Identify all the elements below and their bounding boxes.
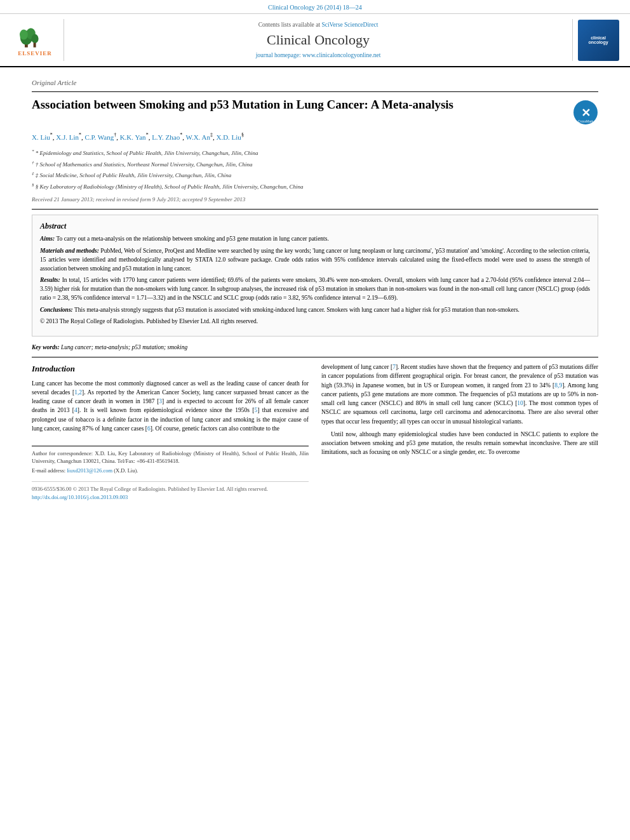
svg-rect-5: [34, 43, 36, 47]
results-label: Results:: [40, 277, 60, 283]
abstract-results: Results: In total, 15 articles with 1770…: [40, 276, 590, 302]
intro-col1-para1: Lung cancer has become the most commonly…: [32, 379, 309, 434]
intro-col2-para1: development of lung cancer [7]. Recent s…: [321, 363, 598, 426]
page: Clinical Oncology 26 (2014) 18—24 ELSEVI…: [0, 0, 630, 840]
ref-7[interactable]: 7: [392, 364, 396, 370]
oncology-logo-text: clinicaloncology: [588, 36, 608, 44]
abstract-conclusions: Conclusions: This meta-analysis strongly…: [40, 306, 590, 315]
ref-5[interactable]: 5: [255, 407, 258, 413]
affil-4: § § Key Laboratory of Radiobiology (Mini…: [32, 182, 598, 192]
affil-3: ‡ ‡ Social Medicine, School of Public He…: [32, 170, 598, 180]
author-4: K.K. Yan: [120, 133, 146, 141]
crossmark-badge[interactable]: ✕ CrossMark: [573, 100, 598, 125]
author-3: C.P. Wang: [84, 133, 114, 141]
elsevier-tree-icon: [19, 23, 51, 49]
ref-4[interactable]: 4: [74, 407, 77, 413]
abstract-divider-top: [32, 209, 598, 210]
abstract-aims: Aims: To carry out a meta-analysis on th…: [40, 235, 590, 244]
ref-1-2[interactable]: 1,2: [74, 389, 82, 396]
abstract-methods: Materials and methods: PubMed, Web of Sc…: [40, 247, 590, 273]
issn-line: 0936-6555/$36.00 © 2013 The Royal Colleg…: [32, 485, 309, 493]
conclusions-label: Conclusions:: [40, 307, 73, 313]
sciverse-link[interactable]: SciVerse ScienceDirect: [321, 22, 378, 28]
main-content: Original Article Association between Smo…: [0, 67, 630, 507]
footnotes: Author for correspondence: X.D. Liu, Key…: [32, 446, 309, 475]
elsevier-logo: ELSEVIER: [10, 21, 60, 59]
journal-center-info: Contents lists available at SciVerse Sci…: [64, 19, 573, 61]
journal-homepage: journal homepage: www.clinicaloncologyon…: [256, 52, 381, 58]
ref-6[interactable]: 6: [147, 425, 151, 432]
keywords-label: Key words:: [32, 344, 60, 350]
aims-text: To carry out a meta-analysis on the rela…: [56, 236, 328, 242]
journal-header: ELSEVIER Contents lists available at Sci…: [0, 14, 630, 67]
high-word: high: [321, 382, 332, 389]
footnote-email: E-mail address: liuxd2013@126.com (X.D. …: [32, 467, 309, 475]
email-suffix: (X.D. Liu).: [114, 467, 138, 474]
col-left: Introduction Lung cancer has become the …: [32, 363, 309, 501]
oncology-logo: clinicaloncology: [578, 20, 619, 61]
author-6: W.X. An: [186, 133, 210, 141]
journal-name: Clinical Oncology: [267, 32, 370, 48]
svg-point-4: [31, 34, 38, 43]
body-divider: [32, 357, 598, 357]
affiliations: * * Epidemiology and Statistics, School …: [32, 148, 598, 191]
journal-ref-header: Clinical Oncology 26 (2014) 18—24: [0, 0, 630, 14]
journal-ref-text: Clinical Oncology 26 (2014) 18—24: [268, 4, 362, 11]
doi-line: http://dx.doi.org/10.1016/j.clon.2013.09…: [32, 493, 309, 502]
received-line: Received 21 January 2013; received in re…: [32, 196, 598, 203]
abstract-box: Abstract Aims: To carry out a meta-analy…: [32, 215, 598, 337]
affil-2: † † School of Mathematics and Statistics…: [32, 159, 598, 170]
affil-1: * * Epidemiology and Statistics, School …: [32, 148, 598, 158]
abstract-title: Abstract: [40, 222, 590, 231]
intro-col2-para2: Until now, although many epidemiological…: [321, 430, 598, 457]
keywords-line: Key words: Lung cancer; meta-analysis; p…: [32, 344, 598, 350]
svg-text:✕: ✕: [581, 107, 591, 119]
footnote-correspondence: Author for correspondence: X.D. Liu, Key…: [32, 450, 309, 465]
doi-link[interactable]: http://dx.doi.org/10.1016/j.clon.2013.09…: [32, 494, 128, 500]
col-right: development of lung cancer [7]. Recent s…: [321, 363, 598, 501]
elsevier-logo-area: ELSEVIER: [6, 19, 64, 61]
article-type: Original Article: [32, 79, 598, 86]
conclusions-text: This meta-analysis strongly suggests tha…: [74, 307, 519, 313]
title-divider-top: [32, 91, 598, 92]
svg-point-3: [20, 30, 28, 40]
author-7: X.D. Liu: [216, 133, 241, 141]
methods-text: PubMed, Web of Science, ProQest and Medl…: [40, 248, 590, 272]
author-1: X. Liu: [32, 133, 50, 141]
abstract-copyright: © 2013 The Royal College of Radiologists…: [40, 317, 590, 326]
authors-line: X. Liu*, X.J. Lin*, C.P. Wang†, K.K. Yan…: [32, 131, 598, 143]
bottom-footer: 0936-6555/$36.00 © 2013 The Royal Colleg…: [32, 481, 309, 502]
keywords-text: Lung cancer; meta-analysis; p53 mutation…: [61, 344, 187, 350]
crossmark-icon: ✕ CrossMark: [573, 100, 598, 125]
aims-label: Aims:: [40, 236, 55, 242]
email-label: E-mail address:: [32, 467, 65, 474]
oncology-logo-area: clinicaloncology: [573, 19, 624, 61]
email-link[interactable]: liuxd2013@126.com: [67, 467, 112, 474]
title-row: Association between Smoking and p53 Muta…: [32, 97, 598, 125]
ref-8-9[interactable]: 8,9: [554, 382, 562, 389]
elsevier-text: ELSEVIER: [18, 50, 52, 57]
article-title: Association between Smoking and p53 Muta…: [32, 97, 566, 113]
ref-3[interactable]: 3: [159, 398, 162, 404]
intro-title: Introduction: [32, 363, 309, 375]
results-text: In total, 15 articles with 1770 lung can…: [40, 277, 590, 301]
ref-10[interactable]: 10: [517, 400, 523, 406]
svg-text:CrossMark: CrossMark: [578, 119, 594, 123]
author-2: X.J. Lin: [56, 133, 79, 141]
sciverse-line: Contents lists available at SciVerse Sci…: [258, 22, 379, 28]
body-two-col: Introduction Lung cancer has become the …: [32, 363, 598, 501]
methods-label: Materials and methods:: [40, 248, 99, 254]
author-5: L.Y. Zhao: [152, 133, 180, 141]
